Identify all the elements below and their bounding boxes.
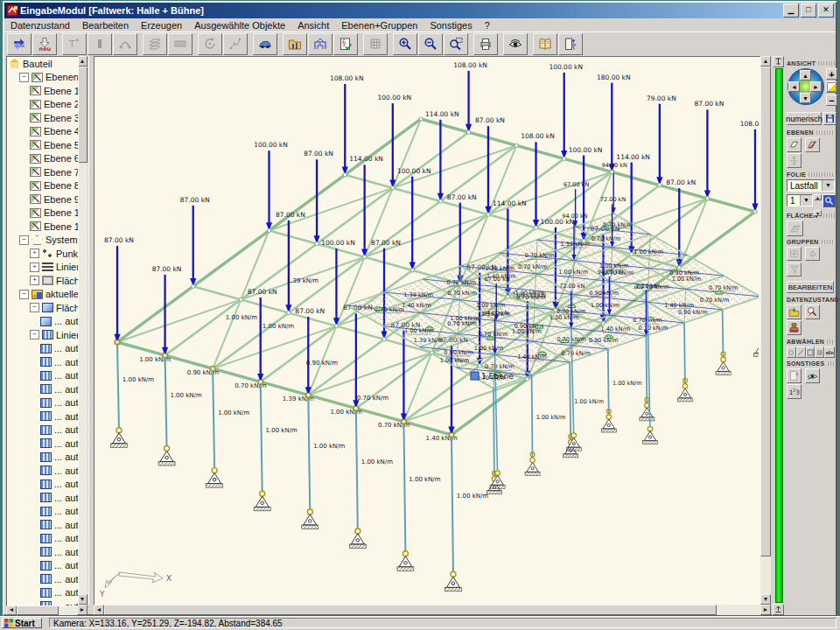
scroll-thumb[interactable] [104,605,717,615]
menu-item-sonstiges[interactable]: Sonstiges [424,19,478,32]
lamp-button[interactable] [826,81,837,93]
ebene-edit-button[interactable] [805,137,820,152]
menu-item-erzeugen[interactable]: Erzeugen [135,19,188,32]
tree-item-ebene-7[interactable]: Ebene 7 [7,165,78,179]
chevron-down-icon[interactable]: ▼ [800,195,812,206]
tree-item--aut[interactable]: ... aut [7,396,78,410]
gruppen-lamp-button[interactable] [805,247,820,261]
menu-item-ansicht[interactable]: Ansicht [291,19,335,32]
tree-item--aut[interactable]: ... aut [7,315,78,329]
collapse-icon[interactable]: − [19,235,29,245]
neu-button[interactable]: neu [32,33,57,55]
canvas-hscrollbar[interactable]: ◄ ► [94,605,771,615]
raster-button[interactable] [363,33,388,55]
maximize-button[interactable]: □ [801,4,816,18]
tree-item-fl-chenpo[interactable]: +Flächenpo [7,274,78,288]
tree-item-ebene-3[interactable]: Ebene 3 [7,111,78,125]
tree-item-ebene-11[interactable]: Ebene 11 [7,220,78,234]
tree-item-linienlast[interactable]: −Linienlast [7,328,78,342]
start-button[interactable]: Start [2,618,42,628]
block-button[interactable] [88,33,112,55]
daten-stempel-button[interactable] [787,320,802,335]
model-viewport[interactable]: 1.00 kN/m1.00 kN/m1.00 kN/m0.90 kN/m1.00… [94,56,761,606]
flaechen-stapel-button[interactable] [143,33,167,55]
gruppen-filter-button[interactable] [787,262,802,276]
menu-item-bearbeiten[interactable]: Bearbeiten [76,19,135,32]
tree-item--aut[interactable]: ... aut [7,369,78,383]
ebene-3d-button[interactable] [787,137,802,152]
numeric-view-button[interactable]: numerisch [787,112,822,125]
tree-item--aut[interactable]: ... aut [7,464,78,478]
save-view-button[interactable] [823,112,836,125]
tree-item-ebenen[interactable]: −Ebenen [7,71,78,85]
tree-item-ebene-5[interactable]: Ebene 5 [7,138,78,152]
spin-up-button[interactable]: ▲ [814,194,822,200]
tree-item--aut[interactable]: ... aut [7,437,78,451]
canvas-vscrollbar[interactable]: ▲ ▼ [760,56,771,605]
tree-item--aut[interactable]: ... aut [7,410,78,424]
rotate-left-button[interactable]: ◄ [788,81,800,92]
tree-item--aut[interactable]: ... aut [7,572,78,586]
flaechen-hatch-button[interactable] [787,220,803,236]
collapse-icon[interactable]: − [19,73,29,82]
tree-item-ebene-2-b[interactable]: Ebene 2 B [7,98,78,112]
strip-base-button[interactable] [773,604,784,615]
abwahl-lasten-button[interactable] [815,346,824,358]
daten-pruefen-button[interactable] [805,304,820,319]
tree-item--aut[interactable]: ... aut [7,545,78,559]
expand-icon[interactable]: + [30,262,39,272]
scroll-left-icon[interactable]: ◄ [94,605,104,615]
tree-item-aktueller-last[interactable]: −aktueller Last [7,288,78,302]
tree-item-system[interactable]: −System [7,234,78,248]
tree-item-linien[interactable]: +Linien [7,261,78,275]
gruppen-select-button[interactable] [787,247,802,261]
sonstiges-neuzeichnen-button[interactable] [787,368,802,383]
tree-item--aut[interactable]: ... aut [7,355,78,369]
menu-item-ebenen-gruppen[interactable]: Ebenen+Gruppen [335,19,424,32]
drucken-button[interactable] [473,33,498,55]
rotate-down-button[interactable]: ▼ [800,93,811,103]
tree-item--aut[interactable]: ... aut [7,586,78,600]
kurve-button[interactable] [113,33,137,55]
zoom-plus-button[interactable]: + [826,68,837,80]
bemessung-button[interactable]: A [308,33,332,55]
zoom-fenster-button[interactable] [444,33,468,55]
tree-item--aut[interactable]: ... aut [7,599,78,606]
tree-item--aut[interactable]: ... aut [7,424,78,438]
daten-laden-button[interactable] [787,304,802,319]
bearbeiten-button[interactable]: BEARBEITEN [787,281,834,293]
expand-icon[interactable]: + [30,276,39,285]
menu-item-datenzustand[interactable]: Datenzustand [4,19,76,32]
folie-type-select[interactable]: Lastfall▼ [787,179,835,192]
bemassung-button[interactable] [168,33,192,55]
minimize-button[interactable]: ▁ [783,4,799,18]
abwahl-linie-button[interactable] [796,346,806,358]
tree-item-ebene-4[interactable]: Ebene 4 [7,125,78,139]
scroll-up-icon[interactable]: ▲ [760,56,771,66]
tree-item--aut[interactable]: ... aut [7,382,78,396]
tree-item-ebene-1-a[interactable]: Ebene 1 A [7,84,78,98]
tree-item-ebene-10[interactable]: Ebene 10 [7,206,78,220]
collapse-icon[interactable]: − [30,303,39,312]
zoom-in-button[interactable] [393,33,417,55]
tree-item--aut[interactable]: ... aut [7,505,78,519]
drehen-button[interactable] [198,33,222,55]
scroll-thumb[interactable] [760,66,771,556]
menu-item-ausgew-hlte-objekte[interactable]: Ausgewählte Objekte [188,19,291,32]
strip-pin-button[interactable] [773,56,784,67]
rotate-right-button[interactable]: ► [810,81,822,92]
sonstiges-darstellung-button[interactable] [805,368,820,383]
expand-icon[interactable]: + [30,248,39,258]
normen-check-button[interactable]: § [333,33,358,55]
abwahl-punkt-button[interactable] [787,346,796,358]
beenden-button[interactable] [558,33,583,55]
spin-down-button[interactable]: ▼ [814,210,822,216]
ansicht-auge-button[interactable] [503,33,528,55]
zoom-out-button[interactable] [418,33,443,55]
abwahl-alle-button[interactable]: alle [824,346,835,358]
menu-item--[interactable]: ? [479,19,496,32]
collapse-icon[interactable]: − [19,290,29,299]
folie-number-select[interactable]: 1▼ [787,194,813,206]
rotate-up-button[interactable]: ▲ [800,70,811,80]
scroll-right-icon[interactable]: ► [760,605,771,615]
